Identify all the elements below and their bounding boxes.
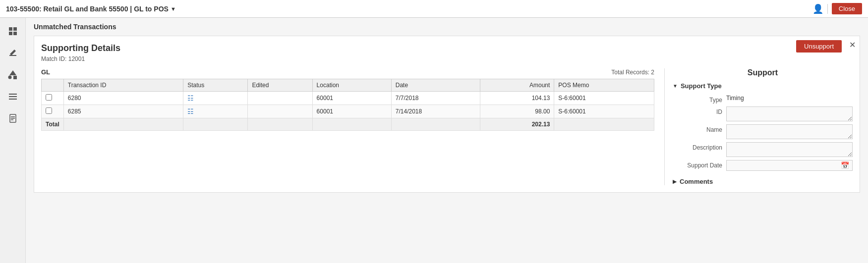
cell-location: 60001 xyxy=(312,92,391,105)
id-field[interactable] xyxy=(726,106,853,121)
total-row: Total 202.13 xyxy=(42,118,654,131)
description-label: Description xyxy=(673,142,722,151)
app-title: 103-55500: Retail GL and Bank 55500 | GL… xyxy=(6,5,176,13)
type-value: Timing xyxy=(726,95,853,102)
top-bar-right: 👤 Close xyxy=(812,3,862,14)
top-bar: 103-55500: Retail GL and Bank 55500 | GL… xyxy=(0,0,868,18)
match-id-value: 12001 xyxy=(68,55,85,62)
sidebar-item-grid[interactable] xyxy=(3,22,22,41)
table-row: 6280☷600017/7/2018104.13S-6:60001 xyxy=(42,92,654,105)
svg-rect-2 xyxy=(9,32,12,35)
total-label-cell: Total xyxy=(42,118,64,131)
cell-location: 60001 xyxy=(312,105,391,118)
cell-transaction-id: 6285 xyxy=(63,105,183,118)
user-icon: 👤 xyxy=(812,4,823,14)
svg-point-8 xyxy=(8,76,11,79)
title-text: 103-55500: Retail GL and Bank 55500 | GL… xyxy=(6,5,169,13)
id-label: ID xyxy=(673,106,722,115)
support-type-header[interactable]: ▼ Support Type xyxy=(673,82,853,90)
section-title: Unmatched Transactions xyxy=(34,23,860,31)
gl-section: GL Total Records: 2 Transaction ID Statu… xyxy=(41,68,654,185)
total-empty-4 xyxy=(312,118,391,131)
shapes-icon xyxy=(7,69,18,80)
cell-status[interactable]: ☷ xyxy=(183,92,248,105)
row-checkbox[interactable] xyxy=(42,92,64,105)
svg-rect-9 xyxy=(9,94,17,95)
doc-icon xyxy=(8,113,18,123)
content-area: Unmatched Transactions Supporting Detail… xyxy=(26,18,868,263)
sidebar-item-edit[interactable] xyxy=(3,44,22,62)
description-field[interactable] xyxy=(726,142,853,157)
close-card-button[interactable]: ✕ xyxy=(849,40,856,50)
support-date-label: Support Date xyxy=(673,160,722,169)
comments-label: Comments xyxy=(680,178,713,185)
svg-rect-0 xyxy=(9,27,12,31)
svg-rect-4 xyxy=(9,55,16,56)
col-amount: Amount xyxy=(480,79,554,92)
name-field[interactable] xyxy=(726,124,853,139)
table-header-row: Transaction ID Status Edited Location Da… xyxy=(42,79,654,92)
gl-section-header: GL Total Records: 2 xyxy=(41,68,654,76)
col-transaction-id: Transaction ID xyxy=(63,79,183,92)
cell-date: 7/14/2018 xyxy=(391,105,480,118)
comments-header[interactable]: ▶ Comments xyxy=(673,178,853,185)
svg-rect-3 xyxy=(13,32,17,35)
card-header: Supporting Details xyxy=(41,43,853,53)
close-button[interactable]: Close xyxy=(832,3,862,14)
svg-rect-13 xyxy=(11,116,15,117)
total-amount: 202.13 xyxy=(480,118,554,131)
list-view-icon[interactable]: ☷ xyxy=(187,94,194,102)
col-status: Status xyxy=(183,79,248,92)
support-title: Support xyxy=(673,68,853,77)
chevron-right-icon: ▶ xyxy=(673,179,677,184)
grid-icon xyxy=(8,26,18,36)
cell-amount: 104.13 xyxy=(480,92,554,105)
total-empty-6 xyxy=(554,118,654,131)
divider xyxy=(827,4,828,14)
svg-rect-7 xyxy=(13,76,17,79)
supporting-details-card: Supporting Details Match ID: 12001 Unsup… xyxy=(34,36,860,193)
cell-pos-memo: S-6:60001 xyxy=(554,92,654,105)
card-inner: GL Total Records: 2 Transaction ID Statu… xyxy=(41,68,853,185)
total-empty-5 xyxy=(391,118,480,131)
support-date-field[interactable]: 📅 xyxy=(726,160,853,171)
sidebar xyxy=(0,18,26,263)
svg-marker-6 xyxy=(9,70,16,75)
cell-edited xyxy=(248,92,312,105)
match-id: Match ID: 12001 xyxy=(41,55,853,62)
dropdown-arrow[interactable]: ▼ xyxy=(171,6,176,12)
table-row: 6285☷600017/14/201898.00S-6:60001 xyxy=(42,105,654,118)
col-date: Date xyxy=(391,79,480,92)
chevron-down-icon: ▼ xyxy=(673,83,678,89)
total-empty-3 xyxy=(248,118,312,131)
cell-date: 7/7/2018 xyxy=(391,92,480,105)
row-checkbox[interactable] xyxy=(42,105,64,118)
support-type-label: Support Type xyxy=(681,82,722,90)
support-section: Support ▼ Support Type Type Timing ID Na… xyxy=(664,68,853,185)
user-icon-button[interactable]: 👤 xyxy=(812,3,823,14)
cell-amount: 98.00 xyxy=(480,105,554,118)
unsupport-button[interactable]: Unsupport xyxy=(796,40,842,53)
sidebar-item-shapes[interactable] xyxy=(3,65,22,84)
col-checkbox xyxy=(42,79,64,92)
match-id-label: Match ID: xyxy=(41,55,66,62)
svg-rect-14 xyxy=(11,118,15,119)
svg-rect-15 xyxy=(11,119,13,120)
list-view-icon[interactable]: ☷ xyxy=(187,107,194,115)
sidebar-item-doc[interactable] xyxy=(3,109,22,128)
total-empty-1 xyxy=(63,118,183,131)
cell-pos-memo: S-6:60001 xyxy=(554,105,654,118)
main-layout: Unmatched Transactions Supporting Detail… xyxy=(0,18,868,263)
type-label: Type xyxy=(673,95,722,104)
support-form: Type Timing ID Name Description Support … xyxy=(673,95,853,171)
svg-rect-10 xyxy=(9,96,17,97)
edit-icon xyxy=(8,48,18,58)
col-edited: Edited xyxy=(248,79,312,92)
name-label: Name xyxy=(673,124,722,133)
total-empty-2 xyxy=(183,118,248,131)
calendar-icon[interactable]: 📅 xyxy=(841,161,849,169)
gl-table: Transaction ID Status Edited Location Da… xyxy=(41,79,654,131)
sidebar-item-list[interactable] xyxy=(3,87,22,106)
cell-status[interactable]: ☷ xyxy=(183,105,248,118)
svg-rect-11 xyxy=(9,99,17,100)
